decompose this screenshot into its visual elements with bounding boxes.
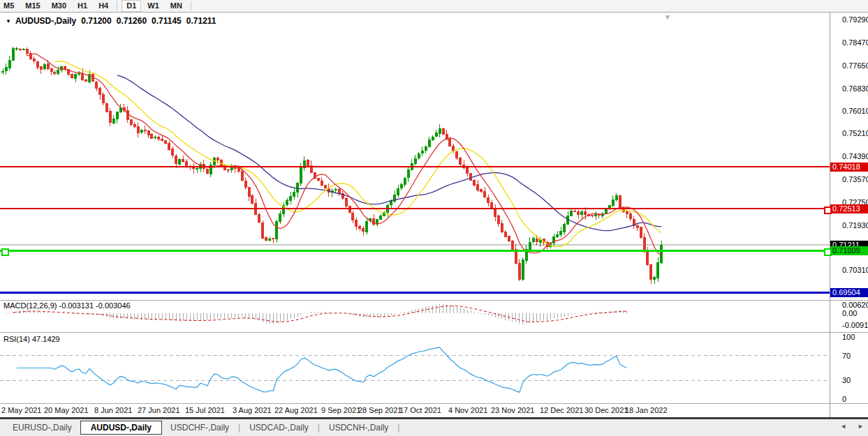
tab-separator: | bbox=[318, 423, 320, 433]
date-axis-label: 23 Nov 2021 bbox=[491, 406, 534, 414]
candle-body bbox=[244, 181, 247, 187]
candle-body bbox=[366, 222, 368, 232]
candle-body bbox=[560, 232, 562, 235]
candle-body bbox=[321, 181, 323, 186]
date-axis-label: 12 Dec 2021 bbox=[540, 406, 583, 414]
candle-body bbox=[161, 139, 163, 140]
candle-body bbox=[286, 201, 288, 205]
tab-scroll-left-icon[interactable]: ◄ bbox=[840, 423, 846, 430]
candle-body bbox=[532, 239, 534, 242]
candle-body bbox=[19, 49, 21, 50]
price-axis-label: 0.74390 bbox=[842, 152, 868, 160]
candle-body bbox=[421, 151, 423, 153]
candle-body bbox=[206, 169, 208, 174]
chart-canvas[interactable] bbox=[0, 0, 868, 436]
candle-body bbox=[43, 64, 45, 69]
macd-label-row: MACD(12,26,9) -0.003131 -0.003046 bbox=[3, 301, 131, 310]
price-level-badge: 0.69504 bbox=[830, 288, 868, 297]
candle-body bbox=[536, 239, 538, 241]
price-level-badge: 0.74018 bbox=[830, 163, 868, 172]
price-axis-label: 0.73570 bbox=[842, 175, 868, 183]
candle-body bbox=[172, 149, 174, 156]
macd-name: MACD(12,26,9) bbox=[3, 301, 57, 310]
candle-body bbox=[317, 179, 319, 181]
moving-average-line-16 bbox=[55, 61, 662, 247]
macd-axis-label: 0.006201 bbox=[842, 301, 868, 309]
candle-body bbox=[102, 94, 104, 103]
candle-body bbox=[237, 168, 240, 172]
candle-body bbox=[595, 215, 597, 216]
candle-body bbox=[400, 185, 402, 188]
date-axis-label: 30 Dec 2021 bbox=[584, 406, 628, 414]
candle-body bbox=[168, 144, 170, 150]
symbol-expand-icon[interactable]: ▼ bbox=[6, 18, 11, 24]
candle-body bbox=[99, 89, 101, 95]
date-axis-label: 3 Aug 2021 bbox=[233, 406, 272, 414]
resistance-line[interactable] bbox=[0, 166, 830, 167]
candle-body bbox=[581, 212, 583, 215]
candle-body bbox=[293, 192, 295, 196]
tab-usdcad[interactable]: USDCAD-,Daily bbox=[241, 421, 317, 434]
tab-usdcnh[interactable]: USDCNH-,Daily bbox=[321, 421, 397, 434]
candle-body bbox=[564, 224, 566, 232]
candle-body bbox=[466, 168, 469, 174]
candle-body bbox=[480, 190, 483, 192]
tab-scroll-right-icon[interactable]: ► bbox=[858, 423, 864, 430]
candle-body bbox=[338, 189, 340, 193]
price-axis-label: 0.76010 bbox=[842, 107, 868, 115]
candle-body bbox=[96, 82, 98, 88]
candle-body bbox=[477, 185, 479, 190]
price-axis-label: 0.77650 bbox=[842, 61, 868, 70]
candle-body bbox=[137, 127, 139, 133]
ohlc-high: 0.71260 bbox=[117, 16, 147, 26]
candle-body bbox=[2, 71, 4, 73]
candle-body bbox=[449, 139, 451, 146]
tab-separator: | bbox=[238, 423, 240, 433]
candle-body bbox=[459, 158, 462, 165]
candle-body bbox=[390, 201, 392, 205]
tab-usdchf[interactable]: USDCHF-,Daily bbox=[162, 421, 237, 434]
candle-body bbox=[334, 190, 337, 190]
chart-tabbar: EURUSD-,Daily AUDUSD-,Daily USDCHF-,Dail… bbox=[0, 419, 868, 436]
candle-body bbox=[144, 130, 146, 131]
candle-body bbox=[484, 192, 486, 197]
candle-body bbox=[473, 180, 476, 185]
candle-body bbox=[33, 59, 35, 61]
candle-body bbox=[158, 137, 160, 140]
date-axis-label: 15 Jul 2021 bbox=[185, 406, 225, 414]
symbol-title: AUDUSD-,Daily bbox=[15, 16, 76, 26]
resistance-line[interactable] bbox=[0, 208, 830, 209]
candle-body bbox=[258, 215, 260, 223]
candle-body bbox=[380, 216, 382, 219]
candle-body bbox=[584, 212, 587, 215]
candle-body bbox=[456, 152, 458, 158]
candle-body bbox=[501, 223, 503, 232]
price-axis-label: 0.76830 bbox=[842, 84, 868, 93]
candle-body bbox=[511, 241, 513, 250]
candle-body bbox=[75, 75, 77, 78]
tab-eurusd[interactable]: EURUSD-,Daily bbox=[4, 421, 80, 434]
candle-body bbox=[504, 232, 506, 236]
candle-body bbox=[359, 227, 361, 229]
rsi-line bbox=[17, 347, 627, 393]
date-axis-label: 4 Nov 2021 bbox=[448, 406, 487, 414]
support-line[interactable] bbox=[0, 292, 830, 294]
support-line[interactable] bbox=[0, 250, 830, 252]
candle-body bbox=[518, 264, 520, 280]
candle-body bbox=[615, 196, 617, 200]
tab-audusd[interactable]: AUDUSD-,Daily bbox=[80, 421, 162, 435]
price-axis-label: 0.75210 bbox=[842, 129, 868, 137]
date-axis-label: 17 Oct 2021 bbox=[399, 406, 441, 414]
candle-body bbox=[522, 260, 524, 280]
macd-axis-label: -0.009197 bbox=[842, 321, 868, 329]
candle-body bbox=[307, 160, 309, 166]
chart-shift-marker-icon[interactable]: ▼ bbox=[664, 13, 671, 21]
macd-panel-divider[interactable] bbox=[0, 300, 868, 301]
candle-body bbox=[234, 168, 236, 169]
candle-body bbox=[345, 198, 347, 206]
rsi-name: RSI(14) bbox=[3, 335, 30, 343]
rsi-panel-divider[interactable] bbox=[0, 332, 868, 333]
candle-body bbox=[179, 159, 181, 164]
line-handle-left[interactable] bbox=[1, 248, 9, 256]
candle-body bbox=[78, 73, 80, 74]
